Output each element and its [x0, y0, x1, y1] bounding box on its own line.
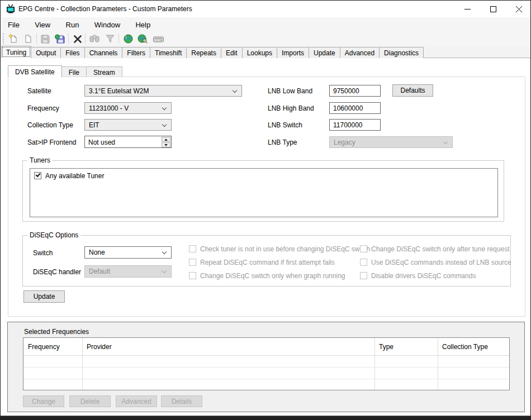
chevron-down-icon — [233, 88, 237, 93]
globe-icon[interactable] — [122, 33, 134, 45]
collection-type-combobox[interactable]: EIT — [84, 119, 172, 131]
satip-frontend-label: Sat>IP Frontend — [27, 139, 77, 146]
toolbar-grip[interactable] — [3, 34, 4, 44]
toolbar-separator — [118, 34, 119, 44]
tab-update[interactable]: Update — [309, 47, 340, 58]
inner-tab-strip: DVB SatelliteFileStream — [8, 65, 122, 77]
delete-button[interactable]: Delete — [69, 395, 111, 407]
any-available-tuner-label: Any available Tuner — [45, 172, 104, 180]
chevron-down-icon — [162, 250, 167, 254]
lnb-switch-input[interactable] — [329, 119, 381, 131]
chevron-down-icon — [162, 122, 167, 127]
window-title: EPG Centre - Collection Parameters - Cus… — [18, 5, 192, 13]
lnb-high-band-input[interactable] — [329, 102, 381, 114]
tab-filters[interactable]: Filters — [122, 47, 150, 58]
column-header-collection-type[interactable]: Collection Type — [442, 343, 488, 351]
check-tuner-not-in-use-checkbox[interactable] — [189, 245, 196, 252]
change-switch-graph-running-checkbox[interactable] — [189, 272, 196, 279]
tab-edit[interactable]: Edit — [221, 47, 243, 58]
tab-files[interactable]: Files — [60, 47, 84, 58]
tab-advanced[interactable]: Advanced — [340, 47, 380, 58]
maximize-button[interactable] — [480, 1, 506, 17]
satip-frontend-value: Not used — [88, 139, 115, 146]
menu-view[interactable]: View — [28, 17, 57, 32]
switch-value: None — [89, 249, 105, 256]
column-header-frequency[interactable]: Frequency — [28, 343, 60, 351]
change-switch-after-tune-label: Change DiSEqC switch only after tune req… — [371, 245, 509, 253]
spinner-down-button[interactable] — [162, 142, 170, 147]
device-icon[interactable] — [152, 33, 164, 45]
lnb-high-band-label: LNB High Band — [268, 104, 314, 112]
check-tuner-not-in-use-label: Check tuner is not in use before changin… — [200, 245, 370, 253]
column-header-type[interactable]: Type — [379, 343, 393, 351]
new-document-icon[interactable] — [7, 33, 19, 45]
change-button[interactable]: Change — [23, 395, 64, 407]
spinner-up-button[interactable] — [162, 137, 170, 142]
advanced-button[interactable]: Advanced — [116, 395, 157, 407]
main-tab-strip: TuningOutputFilesChannelsFiltersTimeshif… — [1, 46, 531, 58]
diseqc-handler-combobox[interactable]: Default — [84, 265, 172, 278]
toolbar-separator — [85, 34, 86, 44]
tab-output[interactable]: Output — [31, 47, 61, 58]
frequency-combobox[interactable]: 11231000 - V — [84, 102, 172, 114]
disable-drivers-diseqc-checkbox[interactable] — [360, 272, 367, 279]
satellite-value: 3.1°E Eutelsat W2M — [89, 87, 149, 95]
tab-timeshift[interactable]: Timeshift — [150, 47, 187, 58]
delete-icon[interactable] — [72, 33, 84, 45]
row-divider — [23, 367, 509, 367]
column-header-provider[interactable]: Provider — [87, 343, 112, 351]
tab-tuning[interactable]: Tuning — [1, 46, 31, 58]
update-button[interactable]: Update — [23, 290, 65, 303]
tab-repeats[interactable]: Repeats — [186, 47, 221, 58]
satellite-label: Satellite — [27, 87, 51, 95]
switch-combobox[interactable]: None — [84, 246, 172, 259]
lnb-low-band-input[interactable] — [329, 85, 381, 97]
diseqc-handler-label: DiSEqC handler — [33, 268, 81, 276]
satip-frontend-spinner[interactable]: Not used — [84, 136, 172, 148]
lnb-switch-label: LNB Switch — [268, 121, 302, 129]
any-available-tuner-checkbox[interactable] — [34, 172, 41, 179]
use-diseqc-commands-label: Use DiSEqC commands instead of LNB sourc… — [371, 259, 511, 266]
satellite-combobox[interactable]: 3.1°E Eutelsat W2M — [84, 85, 242, 97]
close-button[interactable] — [506, 1, 531, 17]
toolbar-separator — [68, 34, 69, 44]
open-document-icon[interactable] — [22, 33, 34, 45]
tab-lookups[interactable]: Lookups — [242, 47, 277, 58]
defaults-button[interactable]: Defaults — [392, 84, 433, 97]
menu-window[interactable]: Window — [88, 17, 127, 32]
header-divider — [23, 355, 509, 356]
details-button[interactable]: Details — [161, 395, 202, 407]
minimize-button[interactable] — [454, 1, 480, 17]
bottom-dark-strip — [1, 416, 530, 419]
globe-search-icon[interactable] — [136, 33, 149, 45]
triangle-down-icon — [164, 144, 168, 146]
filter-icon[interactable] — [104, 33, 116, 45]
lnb-type-value: Legacy — [334, 139, 355, 146]
menu-help[interactable]: Help — [129, 17, 157, 32]
column-divider — [374, 338, 375, 390]
toolbar — [1, 32, 531, 46]
tab-file[interactable]: File — [61, 66, 87, 77]
save-icon[interactable] — [39, 33, 51, 45]
menu-run[interactable]: Run — [59, 17, 86, 32]
frequency-value: 11231000 - V — [89, 104, 129, 112]
switch-label: Switch — [33, 249, 53, 257]
tab-dvb-satellite[interactable]: DVB Satellite — [8, 65, 62, 77]
tab-imports[interactable]: Imports — [277, 47, 309, 58]
tab-channels[interactable]: Channels — [84, 47, 123, 58]
title-bar: EPG Centre - Collection Parameters - Cus… — [1, 1, 530, 17]
find-icon[interactable] — [88, 33, 101, 45]
change-switch-after-tune-checkbox[interactable] — [360, 245, 367, 252]
tab-diagnostics[interactable]: Diagnostics — [379, 47, 424, 58]
lnb-type-combobox[interactable]: Legacy — [329, 136, 453, 148]
menu-file[interactable]: File — [1, 17, 26, 32]
repeat-diseqc-command-checkbox[interactable] — [189, 259, 196, 266]
use-diseqc-commands-checkbox[interactable] — [360, 259, 367, 266]
selected-frequencies-panel: Selected Frequencies Frequency Provider … — [7, 322, 525, 412]
frequencies-table[interactable]: Frequency Provider Type Collection Type — [23, 337, 510, 390]
collection-type-label: Collection Type — [27, 121, 73, 129]
save-as-icon[interactable] — [54, 33, 66, 45]
toolbar-separator — [36, 34, 37, 44]
tab-stream[interactable]: Stream — [86, 66, 122, 77]
tuners-listbox[interactable]: Any available Tuner — [30, 168, 498, 217]
